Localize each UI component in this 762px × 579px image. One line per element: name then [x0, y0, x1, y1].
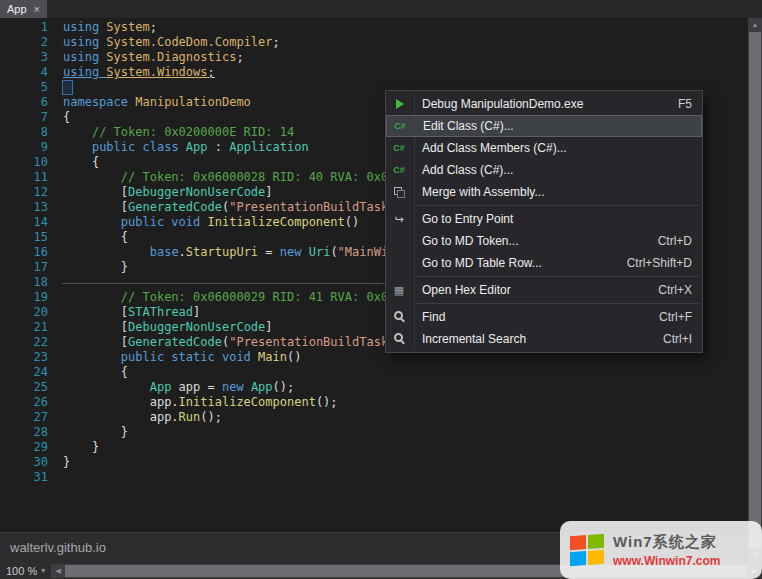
- line-number: 3: [0, 50, 48, 65]
- code-line: App app = new App();: [63, 380, 748, 395]
- line-number: 2: [0, 35, 48, 50]
- menu-item-find[interactable]: FindCtrl+F: [386, 306, 702, 328]
- line-number: 17: [0, 260, 48, 275]
- csharp-icon: C#: [386, 165, 412, 175]
- code-line: using System.Diagnostics;: [63, 50, 748, 65]
- line-number: 10: [0, 155, 48, 170]
- menu-item-label: Find: [412, 310, 641, 324]
- search-icon: [386, 314, 412, 320]
- line-number: 18: [0, 275, 48, 290]
- menu-item-label: Add Class (C#)...: [412, 163, 674, 177]
- watermark: Win7系统之家 www.Winwin7.com: [560, 521, 762, 579]
- line-number: 19: [0, 290, 48, 305]
- menu-item-shortcut: Ctrl+Shift+D: [609, 256, 692, 270]
- tab-close-icon[interactable]: ×: [34, 4, 40, 15]
- line-number: 23: [0, 350, 48, 365]
- line-number: 30: [0, 455, 48, 470]
- watermark-text: Win7系统之家 www.Winwin7.com: [613, 533, 720, 568]
- scroll-up-arrow-icon[interactable]: ▲: [748, 18, 762, 32]
- code-divider-line: [62, 283, 385, 284]
- menu-item-label: Debug ManipulationDemo.exe: [412, 97, 660, 111]
- menu-separator: [416, 303, 699, 304]
- tab-label: App: [7, 3, 27, 15]
- context-menu: Debug ManipulationDemo.exeF5C#Edit Class…: [385, 90, 703, 353]
- scroll-left-arrow-icon[interactable]: ◀: [51, 564, 65, 578]
- app-window: App × 1234567891011121314151617181920212…: [0, 0, 762, 579]
- tab-app[interactable]: App ×: [0, 0, 47, 18]
- entry-point-icon: ↪: [386, 213, 412, 226]
- line-number: 8: [0, 125, 48, 140]
- line-number: 5: [0, 80, 48, 95]
- menu-item-shortcut: Ctrl+D: [640, 234, 692, 248]
- windows-logo-icon: [570, 534, 604, 566]
- vertical-scrollbar[interactable]: ▲ ▼: [748, 18, 762, 562]
- line-number: 16: [0, 245, 48, 260]
- menu-item-debug[interactable]: Debug ManipulationDemo.exeF5: [386, 93, 702, 115]
- menu-separator: [416, 276, 699, 277]
- csharp-icon: C#: [387, 121, 413, 131]
- line-number: 20: [0, 305, 48, 320]
- line-number: 29: [0, 440, 48, 455]
- menu-item-label: Go to MD Table Row...: [412, 256, 609, 270]
- code-line: {: [63, 365, 748, 380]
- watermark-url: www.Winwin7.com: [613, 554, 720, 568]
- line-number: 25: [0, 380, 48, 395]
- csharp-icon: C#: [386, 143, 412, 153]
- menu-item-shortcut: Ctrl+F: [641, 310, 692, 324]
- menu-item-go-to-entry-point[interactable]: ↪Go to Entry Point: [386, 208, 702, 230]
- menu-item-merge-with-assembly[interactable]: Merge with Assembly...: [386, 181, 702, 203]
- merge-assembly-icon: [386, 187, 412, 198]
- menu-item-incremental-search[interactable]: Incremental SearchCtrl+I: [386, 328, 702, 350]
- code-line: }: [63, 455, 748, 470]
- menu-item-go-to-md-token[interactable]: Go to MD Token...Ctrl+D: [386, 230, 702, 252]
- code-line: [63, 470, 748, 485]
- code-line: app.Run();: [63, 410, 748, 425]
- menu-item-label: Go to MD Token...: [412, 234, 640, 248]
- menu-item-add-class[interactable]: C#Add Class (C#)...: [386, 159, 702, 181]
- line-number: 15: [0, 230, 48, 245]
- code-line: }: [63, 440, 748, 455]
- menu-item-label: Merge with Assembly...: [412, 185, 674, 199]
- code-line: using System;: [63, 20, 748, 35]
- line-number: 28: [0, 425, 48, 440]
- line-number: 4: [0, 65, 48, 80]
- code-line: using System.Windows;: [63, 65, 748, 80]
- caret-line-marker: [62, 80, 73, 95]
- hex-editor-icon: ▦: [386, 284, 412, 297]
- vertical-scroll-thumb[interactable]: [749, 32, 761, 548]
- line-number: 31: [0, 470, 48, 485]
- search-icon: [386, 336, 412, 342]
- zoom-value: 100 %: [6, 565, 37, 577]
- menu-item-shortcut: Ctrl+X: [640, 283, 692, 297]
- line-number: 12: [0, 185, 48, 200]
- line-number: 13: [0, 200, 48, 215]
- line-number: 9: [0, 140, 48, 155]
- code-line: app.InitializeComponent();: [63, 395, 748, 410]
- debug-play-icon: [386, 99, 412, 109]
- menu-item-label: Add Class Members (C#)...: [412, 141, 674, 155]
- menu-item-add-class-members[interactable]: C#Add Class Members (C#)...: [386, 137, 702, 159]
- zoom-control[interactable]: 100 % ▾: [0, 562, 51, 579]
- menu-item-go-to-md-table-row[interactable]: Go to MD Table Row...Ctrl+Shift+D: [386, 252, 702, 274]
- line-number: 27: [0, 410, 48, 425]
- menu-item-label: Edit Class (C#)...: [413, 119, 673, 133]
- menu-item-label: Incremental Search: [412, 332, 645, 346]
- menu-item-label: Go to Entry Point: [412, 212, 674, 226]
- code-line: using System.CodeDom.Compiler;: [63, 35, 748, 50]
- menu-item-shortcut: F5: [660, 97, 692, 111]
- line-number: 21: [0, 320, 48, 335]
- menu-item-edit-class[interactable]: C#Edit Class (C#)...: [386, 115, 702, 137]
- code-line: }: [63, 425, 748, 440]
- line-number: 26: [0, 395, 48, 410]
- menu-item-label: Open Hex Editor: [412, 283, 640, 297]
- line-number: 6: [0, 95, 48, 110]
- chevron-down-icon: ▾: [41, 566, 45, 575]
- tab-bar: App ×: [0, 0, 762, 18]
- line-number: 1: [0, 20, 48, 35]
- line-number: 7: [0, 110, 48, 125]
- menu-separator: [416, 205, 699, 206]
- line-number: 24: [0, 365, 48, 380]
- line-number: 14: [0, 215, 48, 230]
- status-text: walterlv.github.io: [10, 540, 106, 555]
- menu-item-open-hex-editor[interactable]: ▦Open Hex EditorCtrl+X: [386, 279, 702, 301]
